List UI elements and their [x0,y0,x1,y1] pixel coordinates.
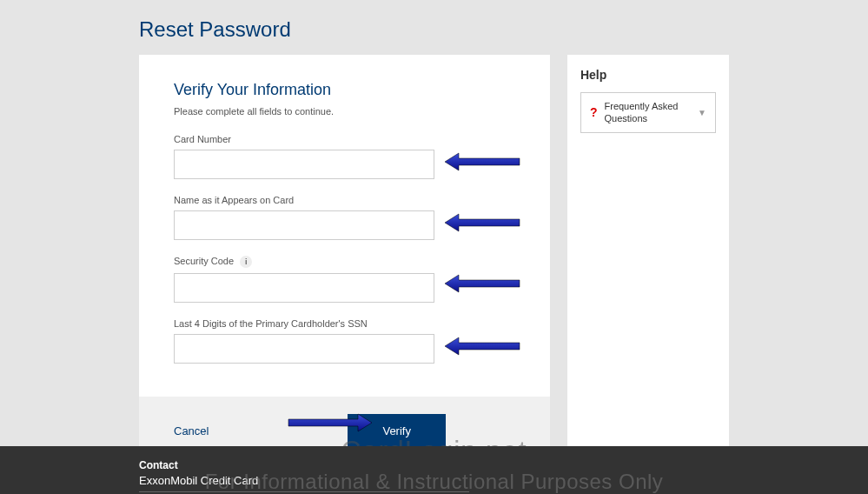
field-card-number: Card Number [174,134,515,179]
label-card-number: Card Number [174,134,515,144]
form-card: Verify Your Information Please complete … [139,55,550,465]
footer-bar: Contact ExxonMobil Credit Card [0,446,868,494]
annotation-arrow-icon [443,334,521,358]
input-security-code[interactable] [174,273,434,303]
form-heading: Verify Your Information [174,81,515,99]
annotation-arrow-icon [443,210,521,235]
info-icon[interactable]: i [240,256,252,268]
chevron-down-icon: ▼ [698,108,706,117]
question-icon: ? [590,105,598,119]
page-title: Reset Password [139,17,868,42]
contact-name: ExxonMobil Credit Card [139,474,469,492]
contact-heading: Contact [139,459,729,471]
input-name-on-card[interactable] [174,210,434,240]
form-subtext: Please complete all fields to continue. [174,106,515,117]
label-ssn-last4: Last 4 Digits of the Primary Cardholder'… [174,318,515,329]
field-name-on-card: Name as it Appears on Card [174,195,515,240]
faq-dropdown[interactable]: ? Frequently Asked Questions ▼ [580,92,716,133]
field-ssn-last4: Last 4 Digits of the Primary Cardholder'… [174,318,515,364]
annotation-arrow-icon [443,150,521,174]
annotation-arrow-icon [443,271,521,296]
label-name-on-card: Name as it Appears on Card [174,195,515,205]
field-security-code: Security Code i [174,256,515,303]
help-card: Help ? Frequently Asked Questions ▼ [567,55,729,465]
cancel-button[interactable]: Cancel [174,424,209,437]
verify-button[interactable]: Verify [348,414,446,448]
faq-label: Frequently Asked Questions [605,100,699,125]
label-security-code: Security Code i [174,256,515,268]
input-card-number[interactable] [174,150,434,179]
input-ssn-last4[interactable] [174,334,434,364]
help-title: Help [580,68,716,82]
